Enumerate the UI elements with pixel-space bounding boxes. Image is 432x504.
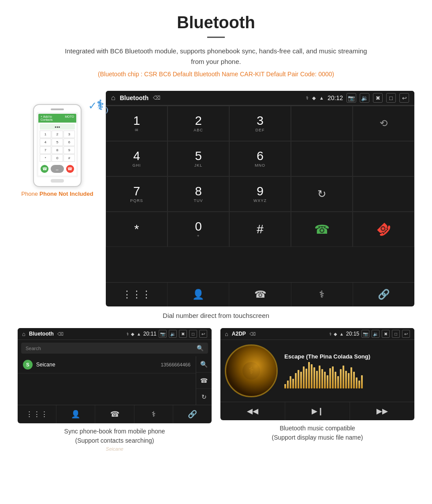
main-content: ✓ ⚕ + Add to Contacts MOTO <box>0 91 432 306</box>
visualizer-bar <box>343 366 344 388</box>
dial-statusbar-right: ⚕ ◆ ▲ 20:12 📷 🔉 ✖ □ ↩ <box>306 93 409 103</box>
visualizer-bar <box>332 366 334 388</box>
phone-dialer: ●●● 1 2 3 4 5 6 7 8 9 * 0 <box>38 123 76 175</box>
key-0[interactable]: 0 + <box>168 212 229 247</box>
cs-vol-btn[interactable]: 🔉 <box>169 330 177 338</box>
visualizer-bar <box>348 373 350 388</box>
back-icon-btn[interactable]: ↩ <box>399 93 409 103</box>
cs-back-btn[interactable]: ↩ <box>199 330 207 338</box>
music-screen-title: A2DP <box>232 331 246 337</box>
window-icon-btn[interactable]: □ <box>386 93 396 103</box>
visualizer-bar <box>308 362 310 388</box>
key-backspace[interactable]: ⟲ <box>353 106 414 141</box>
phone-end-button: ⚊ <box>51 165 64 173</box>
cs-nav-link[interactable]: 🔗 <box>173 405 212 423</box>
visualizer-bar <box>358 381 360 388</box>
visualizer-bar <box>350 367 352 388</box>
music-statusbar-right: ⚕ ◆ ▲ 20:15 📷 🔉 ✖ □ ↩ <box>329 330 410 338</box>
nav-phone[interactable]: ☎ <box>229 283 291 306</box>
camera-icon-btn[interactable]: 📷 <box>346 93 356 103</box>
cs-win-btn[interactable]: □ <box>189 330 197 338</box>
dialer-grid: 1 2 3 4 5 6 7 8 9 * 0 # <box>40 131 75 162</box>
key-hash[interactable]: # <box>229 212 291 247</box>
nav-dialpad[interactable]: ⋮⋮⋮ <box>106 283 168 306</box>
key-star[interactable]: * <box>106 212 168 247</box>
ms-nav-prev[interactable]: ◀◀ <box>220 402 285 420</box>
dialer-key-2: 2 <box>52 131 63 138</box>
key-4[interactable]: 4 GHI <box>106 141 168 176</box>
cs-nav-dialpad[interactable]: ⋮⋮⋮ <box>18 405 56 423</box>
ms-win-btn[interactable]: □ <box>392 330 400 338</box>
visualizer-bar <box>340 369 342 388</box>
page-header: Bluetooth Integrated with BC6 Bluetooth … <box>0 0 432 91</box>
dialer-key-8: 8 <box>52 146 63 154</box>
contacts-screen-wrap: ⌂ Bluetooth ⌫ ⚕ ◆ ▲ 20:11 📷 🔉 ✖ □ ↩ <box>18 328 212 452</box>
music-screen-wrap: ⌂ A2DP ⌫ ⚕ ◆ ▲ 20:15 📷 🔉 ✖ □ ↩ <box>220 328 414 452</box>
phone-call-button: ☎ <box>41 165 48 173</box>
nav-bluetooth[interactable]: ⚕ <box>291 283 353 306</box>
cs-nav-contacts[interactable]: 👤 <box>56 405 95 423</box>
key-call-red[interactable]: ☎ <box>353 212 414 247</box>
dial-statusbar: ⌂ Bluetooth ⌫ ⚕ ◆ ▲ 20:12 📷 🔉 ✖ □ ↩ <box>106 91 414 105</box>
music-bottom-nav: ◀◀ ▶❙ ▶▶ <box>220 402 414 420</box>
key-1[interactable]: 1 ✉ <box>106 106 168 141</box>
music-statusbar: ⌂ A2DP ⌫ ⚕ ◆ ▲ 20:15 📷 🔉 ✖ □ ↩ <box>220 328 414 340</box>
ms-nav-playpause[interactable]: ▶❙ <box>285 402 350 420</box>
nav-link[interactable]: 🔗 <box>353 283 414 306</box>
key-8[interactable]: 8 TUV <box>168 176 229 212</box>
volume-icon-btn[interactable]: 🔉 <box>360 93 369 103</box>
music-caption-line2: (Support display music file name) <box>272 433 363 442</box>
key-9[interactable]: 9 WXYZ <box>229 176 291 212</box>
cs-home-icon: ⌂ <box>22 331 26 337</box>
song-name: Escape (The Pina Colada Song) <box>284 353 410 360</box>
ms-close-btn[interactable]: ✖ <box>382 330 390 338</box>
cs-action-reload[interactable]: ↻ <box>196 389 212 405</box>
ms-nav-next[interactable]: ▶▶ <box>350 402 414 420</box>
visualizer-bar <box>290 376 291 388</box>
cs-action-search[interactable]: 🔍 <box>196 356 212 373</box>
key-empty-2 <box>291 141 353 176</box>
contacts-statusbar: ⌂ Bluetooth ⌫ ⚕ ◆ ▲ 20:11 📷 🔉 ✖ □ ↩ <box>18 328 212 340</box>
close-icon-btn[interactable]: ✖ <box>373 93 383 103</box>
home-icon: ⌂ <box>111 94 115 102</box>
dialer-key-star: * <box>40 154 51 162</box>
call-red-icon: ☎ <box>373 219 394 240</box>
ms-back-btn[interactable]: ↩ <box>402 330 410 338</box>
contacts-search-bar[interactable]: Search 🔍 <box>21 343 208 354</box>
key-6[interactable]: 6 MNO <box>229 141 291 176</box>
phone-home-button <box>51 179 64 183</box>
ms-vol-btn[interactable]: 🔉 <box>372 330 380 338</box>
dial-statusbar-left: ⌂ Bluetooth ⌫ <box>111 94 160 102</box>
key-call-green[interactable]: ☎ <box>291 212 353 247</box>
visualizer-bar <box>316 371 318 388</box>
cs-cam-btn[interactable]: 📷 <box>159 330 167 338</box>
ms-cam-btn[interactable]: 📷 <box>361 330 369 338</box>
visualizer-bar <box>356 377 358 388</box>
track-info: Escape (The Pina Colada Song) <box>284 353 410 388</box>
key-empty-1 <box>291 106 353 141</box>
nav-contacts[interactable]: 👤 <box>168 283 229 306</box>
visualizer-bar <box>345 371 347 388</box>
key-reload[interactable]: ↻ <box>291 176 353 212</box>
cs-nav-phone[interactable]: ☎ <box>95 405 134 423</box>
dial-time: 20:12 <box>328 94 343 101</box>
cs-close-btn[interactable]: ✖ <box>179 330 187 338</box>
dial-screen: ⌂ Bluetooth ⌫ ⚕ ◆ ▲ 20:12 📷 🔉 ✖ □ ↩ 1 ✉ <box>106 91 414 306</box>
key-3[interactable]: 3 DEF <box>229 106 291 141</box>
bt-status-icon: ⚕ <box>306 95 309 101</box>
dial-bottom-nav: ⋮⋮⋮ 👤 ☎ ⚕ 🔗 <box>106 282 414 306</box>
contact-phone: 13566664466 <box>161 362 190 367</box>
contact-row-seicane[interactable]: S Seicane 13566664466 <box>18 356 196 373</box>
visualizer-bar <box>300 372 302 388</box>
music-caption: Bluetooth music compatible (Support disp… <box>272 424 363 442</box>
key-2[interactable]: 2 ABC <box>168 106 229 141</box>
contacts-screen: ⌂ Bluetooth ⌫ ⚕ ◆ ▲ 20:11 📷 🔉 ✖ □ ↩ <box>18 328 212 423</box>
search-icon: 🔍 <box>197 345 204 351</box>
cs-nav-bt[interactable]: ⚕ <box>134 405 173 423</box>
key-7[interactable]: 7 PQRS <box>106 176 168 212</box>
dialer-key-9: 9 <box>63 146 75 154</box>
phone-bottom-buttons: ☎ ⚊ ☎ <box>40 164 75 174</box>
cs-action-phone[interactable]: ☎ <box>196 373 212 389</box>
key-5[interactable]: 5 JKL <box>168 141 229 176</box>
contact-name: Seicane <box>36 362 161 368</box>
